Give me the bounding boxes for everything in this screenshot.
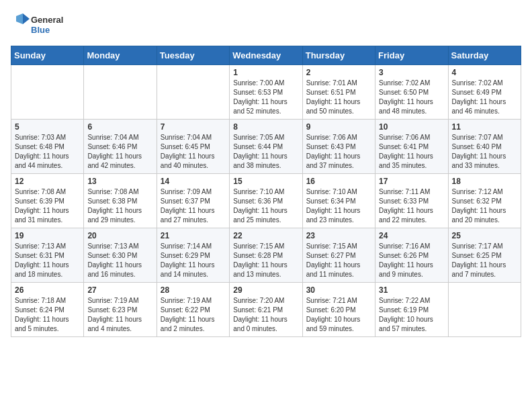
day-info: Sunrise: 7:02 AM Sunset: 6:50 PM Dayligh… (379, 79, 444, 116)
day-number: 16 (306, 177, 371, 186)
calendar-cell: 8Sunrise: 7:05 AM Sunset: 6:44 PM Daylig… (230, 120, 302, 174)
day-number: 31 (379, 285, 444, 295)
calendar-week-2: 5Sunrise: 7:03 AM Sunset: 6:48 PM Daylig… (11, 120, 521, 174)
calendar-cell: 28Sunrise: 7:19 AM Sunset: 6:22 PM Dayli… (157, 283, 229, 337)
day-info: Sunrise: 7:19 AM Sunset: 6:22 PM Dayligh… (161, 296, 226, 334)
day-header-saturday: Saturday (448, 46, 521, 65)
day-info: Sunrise: 7:06 AM Sunset: 6:43 PM Dayligh… (306, 133, 371, 171)
day-number: 15 (233, 177, 298, 186)
calendar-week-5: 26Sunrise: 7:18 AM Sunset: 6:24 PM Dayli… (11, 283, 521, 337)
calendar-cell: 26Sunrise: 7:18 AM Sunset: 6:24 PM Dayli… (11, 283, 84, 337)
day-number: 13 (87, 177, 152, 186)
calendar-cell: 9Sunrise: 7:06 AM Sunset: 6:43 PM Daylig… (302, 120, 375, 174)
day-header-sunday: Sunday (11, 46, 84, 65)
calendar-cell: 11Sunrise: 7:07 AM Sunset: 6:40 PM Dayli… (448, 120, 521, 174)
day-info: Sunrise: 7:10 AM Sunset: 6:36 PM Dayligh… (233, 187, 298, 225)
day-info: Sunrise: 7:05 AM Sunset: 6:44 PM Dayligh… (233, 133, 298, 171)
calendar-cell: 12Sunrise: 7:08 AM Sunset: 6:39 PM Dayli… (11, 174, 84, 228)
day-number: 14 (161, 177, 226, 186)
day-number: 6 (87, 122, 152, 132)
day-number: 9 (306, 122, 371, 132)
calendar-week-3: 12Sunrise: 7:08 AM Sunset: 6:39 PM Dayli… (11, 174, 521, 228)
day-header-wednesday: Wednesday (230, 46, 302, 65)
calendar-cell: 3Sunrise: 7:02 AM Sunset: 6:50 PM Daylig… (375, 65, 448, 120)
day-number: 26 (15, 285, 80, 295)
day-number: 28 (161, 285, 226, 295)
calendar-cell: 18Sunrise: 7:12 AM Sunset: 6:32 PM Dayli… (448, 174, 521, 228)
calendar-cell (84, 65, 157, 120)
calendar-cell: 25Sunrise: 7:17 AM Sunset: 6:25 PM Dayli… (448, 228, 521, 283)
calendar-cell: 10Sunrise: 7:06 AM Sunset: 6:41 PM Dayli… (375, 120, 448, 174)
day-info: Sunrise: 7:11 AM Sunset: 6:33 PM Dayligh… (379, 187, 444, 225)
calendar-week-4: 19Sunrise: 7:13 AM Sunset: 6:31 PM Dayli… (11, 228, 521, 283)
day-number: 18 (452, 177, 517, 186)
day-info: Sunrise: 7:01 AM Sunset: 6:51 PM Dayligh… (306, 79, 371, 116)
day-info: Sunrise: 7:13 AM Sunset: 6:30 PM Dayligh… (87, 242, 152, 279)
day-info: Sunrise: 7:17 AM Sunset: 6:25 PM Dayligh… (452, 242, 517, 279)
calendar-cell: 19Sunrise: 7:13 AM Sunset: 6:31 PM Dayli… (11, 228, 84, 283)
calendar-cell: 17Sunrise: 7:11 AM Sunset: 6:33 PM Dayli… (375, 174, 448, 228)
day-number: 24 (379, 231, 444, 240)
day-number: 23 (306, 231, 371, 240)
calendar-cell: 29Sunrise: 7:20 AM Sunset: 6:21 PM Dayli… (230, 283, 302, 337)
day-info: Sunrise: 7:04 AM Sunset: 6:46 PM Dayligh… (87, 133, 152, 171)
day-number: 11 (452, 122, 517, 132)
day-header-tuesday: Tuesday (157, 46, 229, 65)
day-info: Sunrise: 7:03 AM Sunset: 6:48 PM Dayligh… (15, 133, 80, 171)
day-header-monday: Monday (84, 46, 157, 65)
day-info: Sunrise: 7:14 AM Sunset: 6:29 PM Dayligh… (161, 242, 226, 279)
logo: General Blue (11, 11, 71, 38)
day-info: Sunrise: 7:19 AM Sunset: 6:23 PM Dayligh… (87, 296, 152, 334)
svg-text:Blue: Blue (31, 25, 50, 35)
day-number: 4 (452, 68, 517, 77)
day-info: Sunrise: 7:15 AM Sunset: 6:27 PM Dayligh… (306, 242, 371, 279)
calendar-cell: 30Sunrise: 7:21 AM Sunset: 6:20 PM Dayli… (302, 283, 375, 337)
day-info: Sunrise: 7:07 AM Sunset: 6:40 PM Dayligh… (452, 133, 517, 171)
day-info: Sunrise: 7:22 AM Sunset: 6:19 PM Dayligh… (379, 296, 444, 334)
calendar-cell: 16Sunrise: 7:10 AM Sunset: 6:34 PM Dayli… (302, 174, 375, 228)
day-number: 25 (452, 231, 517, 240)
day-number: 27 (87, 285, 152, 295)
day-header-friday: Friday (375, 46, 448, 65)
calendar-cell: 5Sunrise: 7:03 AM Sunset: 6:48 PM Daylig… (11, 120, 84, 174)
day-info: Sunrise: 7:12 AM Sunset: 6:32 PM Dayligh… (452, 187, 517, 225)
day-info: Sunrise: 7:04 AM Sunset: 6:45 PM Dayligh… (161, 133, 226, 171)
calendar-table: SundayMondayTuesdayWednesdayThursdayFrid… (11, 46, 521, 337)
day-info: Sunrise: 7:02 AM Sunset: 6:49 PM Dayligh… (452, 79, 517, 116)
logo-svg: General Blue (11, 11, 71, 38)
day-number: 29 (233, 285, 298, 295)
calendar-cell: 21Sunrise: 7:14 AM Sunset: 6:29 PM Dayli… (157, 228, 229, 283)
calendar-cell: 22Sunrise: 7:15 AM Sunset: 6:28 PM Dayli… (230, 228, 302, 283)
day-info: Sunrise: 7:15 AM Sunset: 6:28 PM Dayligh… (233, 242, 298, 279)
calendar-cell: 13Sunrise: 7:08 AM Sunset: 6:38 PM Dayli… (84, 174, 157, 228)
day-number: 12 (15, 177, 80, 186)
calendar-cell (448, 283, 521, 337)
svg-marker-3 (16, 13, 23, 24)
day-info: Sunrise: 7:18 AM Sunset: 6:24 PM Dayligh… (15, 296, 80, 334)
calendar-cell: 27Sunrise: 7:19 AM Sunset: 6:23 PM Dayli… (84, 283, 157, 337)
day-info: Sunrise: 7:21 AM Sunset: 6:20 PM Dayligh… (306, 296, 371, 334)
calendar-cell: 24Sunrise: 7:16 AM Sunset: 6:26 PM Dayli… (375, 228, 448, 283)
calendar-cell (157, 65, 229, 120)
day-number: 8 (233, 122, 298, 132)
calendar-cell: 6Sunrise: 7:04 AM Sunset: 6:46 PM Daylig… (84, 120, 157, 174)
calendar-cell: 15Sunrise: 7:10 AM Sunset: 6:36 PM Dayli… (230, 174, 302, 228)
svg-marker-2 (23, 13, 30, 24)
day-number: 2 (306, 68, 371, 77)
page-header: General Blue (11, 11, 521, 38)
day-info: Sunrise: 7:13 AM Sunset: 6:31 PM Dayligh… (15, 242, 80, 279)
day-number: 17 (379, 177, 444, 186)
calendar-cell: 4Sunrise: 7:02 AM Sunset: 6:49 PM Daylig… (448, 65, 521, 120)
day-number: 5 (15, 122, 80, 132)
day-info: Sunrise: 7:08 AM Sunset: 6:38 PM Dayligh… (87, 187, 152, 225)
calendar-header-row: SundayMondayTuesdayWednesdayThursdayFrid… (11, 46, 521, 65)
day-info: Sunrise: 7:20 AM Sunset: 6:21 PM Dayligh… (233, 296, 298, 334)
calendar-week-1: 1Sunrise: 7:00 AM Sunset: 6:53 PM Daylig… (11, 65, 521, 120)
day-info: Sunrise: 7:00 AM Sunset: 6:53 PM Dayligh… (233, 79, 298, 116)
day-number: 7 (161, 122, 226, 132)
day-number: 1 (233, 68, 298, 77)
day-number: 10 (379, 122, 444, 132)
day-info: Sunrise: 7:10 AM Sunset: 6:34 PM Dayligh… (306, 187, 371, 225)
calendar-cell: 23Sunrise: 7:15 AM Sunset: 6:27 PM Dayli… (302, 228, 375, 283)
day-number: 30 (306, 285, 371, 295)
